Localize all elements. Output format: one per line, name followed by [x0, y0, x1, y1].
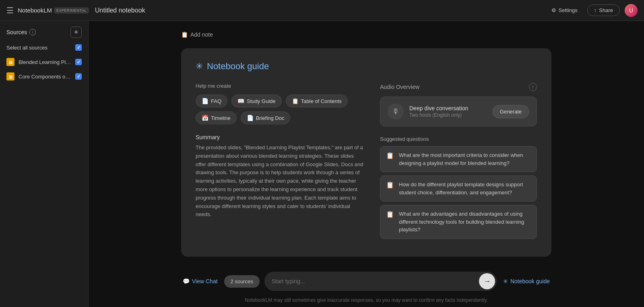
faq-icon: 📄 — [202, 98, 208, 104]
add-icon: + — [74, 28, 78, 37]
source-label-1: Blended Learning Pla... — [19, 59, 71, 65]
chat-icon: 💬 — [183, 278, 190, 284]
select-all-checkbox[interactable] — [75, 44, 82, 51]
sq-icon-3: 📋 — [386, 210, 394, 218]
sidebar: Sources i + Select all sources ▦ Blended… — [0, 21, 89, 307]
avatar[interactable]: U — [625, 4, 638, 17]
guide-title: ✳ Notebook guide — [196, 61, 537, 72]
table-of-contents-button[interactable]: 📋 Table of Contents — [286, 95, 348, 107]
view-chat-label: View Chat — [192, 278, 218, 284]
view-chat-button[interactable]: 💬 View Chat — [181, 275, 219, 288]
sq-text-1: What are the most important criteria to … — [399, 151, 531, 167]
disclaimer: NotebookLM may still sometimes give inac… — [97, 294, 636, 307]
add-note-label: Add note — [190, 31, 213, 38]
add-note-bar: 📋 Add note — [181, 29, 551, 40]
summary-text: The provided slides, "Blended Learning P… — [196, 144, 364, 219]
summary-label: Summary — [196, 134, 364, 140]
audio-overview-title: Audio Overview — [380, 84, 419, 90]
study-guide-icon: 📖 — [237, 98, 244, 104]
timeline-button[interactable]: 📅 Timeline — [196, 111, 237, 124]
study-guide-label: Study Guide — [247, 98, 276, 104]
topbar-left: ☰ NotebookLM EXPERIMENTAL — [6, 6, 95, 15]
gear-icon: ⚙ — [551, 7, 556, 13]
sources-label: Sources — [6, 29, 27, 35]
notebook-guide-asterisk: ✳ — [503, 278, 508, 284]
source-checkbox-2[interactable] — [75, 73, 82, 80]
share-button[interactable]: ↑ Share — [587, 4, 620, 16]
note-icon: 📋 — [181, 31, 188, 38]
study-guide-button[interactable]: 📖 Study Guide — [231, 95, 282, 107]
deep-dive-card: 🎙 Deep dive conversation Two hosts (Engl… — [380, 97, 537, 126]
send-icon: → — [483, 277, 491, 286]
select-all-row: Select all sources — [0, 42, 88, 55]
source-icon-1: ▦ — [6, 58, 14, 66]
timeline-label: Timeline — [211, 115, 231, 121]
toc-label: Table of Contents — [301, 98, 342, 104]
suggested-question-3[interactable]: 📋 What are the advantages and disadvanta… — [380, 205, 537, 239]
add-note-button[interactable]: 📋 Add note — [181, 29, 213, 40]
sq-icon-1: 📋 — [386, 152, 394, 159]
notebook-guide-button[interactable]: ✳ Notebook guide — [502, 275, 551, 288]
brand-name: NotebookLM — [18, 7, 52, 14]
select-all-label: Select all sources — [6, 45, 47, 51]
guide-left: Help me create 📄 FAQ 📖 Study Guide 📋 — [196, 83, 364, 242]
share-label: Share — [599, 7, 613, 13]
share-icon: ↑ — [594, 7, 597, 13]
deep-dive-icon: 🎙 — [388, 103, 404, 120]
toc-icon: 📋 — [292, 98, 299, 104]
summary-section: Summary The provided slides, "Blended Le… — [196, 134, 364, 219]
add-source-button[interactable]: + — [70, 27, 82, 38]
generate-button[interactable]: Generate — [492, 105, 529, 118]
help-create-label: Help me create — [196, 83, 364, 89]
source-item-1[interactable]: ▦ Blended Learning Pla... — [0, 55, 88, 69]
sq-text-3: What are the advantages and disadvantage… — [399, 210, 531, 234]
send-button[interactable]: → — [479, 273, 495, 289]
faq-label: FAQ — [211, 98, 221, 104]
notebook-guide-label: Notebook guide — [510, 278, 550, 284]
bottom-bar: 💬 View Chat 2 sources → ✳ Notebook guide — [181, 265, 551, 294]
source-label-2: Core Components of ... — [19, 74, 71, 80]
deep-dive-sub: Two hosts (English only) — [409, 112, 487, 118]
sq-text-2: How do the different playlist template d… — [399, 181, 531, 196]
guide-card: ✳ Notebook guide Help me create 📄 FAQ 📖 … — [181, 48, 551, 257]
settings-label: Settings — [559, 7, 578, 13]
briefing-doc-button[interactable]: 📄 Briefing Doc — [241, 111, 291, 124]
suggested-question-2[interactable]: 📋 How do the different playlist template… — [380, 175, 537, 202]
chat-input-wrap: → — [264, 272, 497, 291]
audio-info-icon[interactable]: i — [529, 83, 537, 91]
faq-button[interactable]: 📄 FAQ — [196, 95, 227, 107]
briefing-icon: 📄 — [247, 115, 254, 121]
brand-badge: EXPERIMENTAL — [54, 8, 89, 13]
audio-overview-header: Audio Overview i — [380, 83, 537, 91]
sq-icon-2: 📋 — [386, 181, 394, 189]
source-item-2[interactable]: ▦ Core Components of ... — [0, 69, 88, 84]
settings-button[interactable]: ⚙ Settings — [547, 5, 582, 16]
main-layout: Sources i + Select all sources ▦ Blended… — [0, 21, 644, 307]
sidebar-header: Sources i + — [0, 21, 88, 42]
guide-asterisk-icon: ✳ — [196, 61, 203, 72]
deep-dive-title: Deep dive conversation — [409, 105, 487, 111]
menu-icon[interactable]: ☰ — [6, 6, 14, 15]
notebook-title[interactable]: Untitled notebook — [95, 7, 547, 14]
guide-right: Audio Overview i 🎙 Deep dive conversatio… — [380, 83, 537, 242]
topbar-right: ⚙ Settings ↑ Share U — [547, 4, 638, 17]
help-buttons-row1: 📄 FAQ 📖 Study Guide 📋 Table of Contents — [196, 95, 364, 107]
source-checkbox-1[interactable] — [75, 59, 82, 65]
topbar: ☰ NotebookLM EXPERIMENTAL Untitled noteb… — [0, 0, 644, 21]
source-icon-2: ▦ — [6, 72, 14, 80]
timeline-icon: 📅 — [202, 115, 208, 121]
content-area: 📋 Add note ✳ Notebook guide Help me crea… — [89, 21, 644, 307]
guide-body: Help me create 📄 FAQ 📖 Study Guide 📋 — [196, 83, 537, 242]
sources-info-icon[interactable]: i — [29, 29, 36, 35]
suggested-label: Suggested questions — [380, 136, 537, 142]
sidebar-title: Sources i — [6, 29, 36, 35]
guide-title-text: Notebook guide — [207, 61, 269, 72]
brand: NotebookLM EXPERIMENTAL — [18, 7, 89, 14]
help-buttons-row2: 📅 Timeline 📄 Briefing Doc — [196, 111, 364, 124]
suggested-question-1[interactable]: 📋 What are the most important criteria t… — [380, 146, 537, 172]
deep-dive-text: Deep dive conversation Two hosts (Englis… — [409, 105, 487, 118]
sources-badge[interactable]: 2 sources — [224, 275, 260, 288]
chat-input[interactable] — [272, 278, 476, 284]
briefing-label: Briefing Doc — [256, 115, 285, 121]
